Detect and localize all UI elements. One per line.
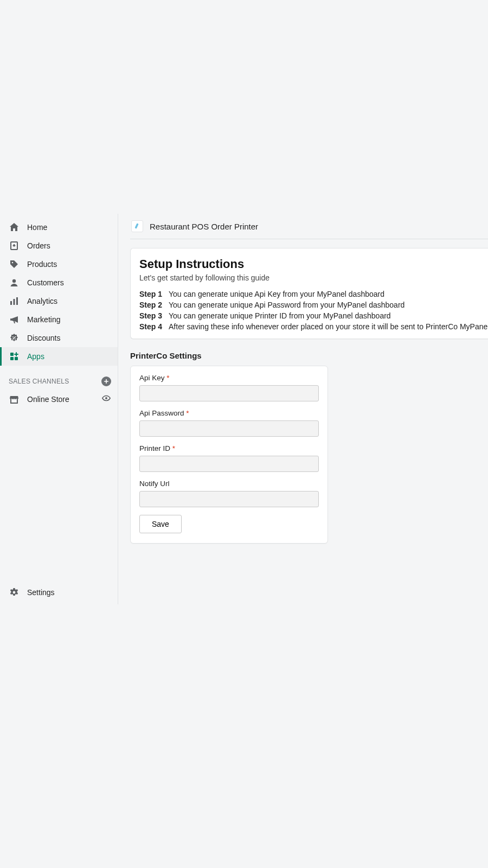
notify-url-input[interactable] (139, 491, 319, 507)
add-channel-button[interactable] (101, 376, 111, 386)
sidebar-item-label: Apps (27, 352, 44, 361)
sidebar-item-label: Online Store (27, 395, 69, 404)
setup-subtitle: Let's get started by following this guid… (139, 273, 488, 282)
step-label: Step 1 (139, 290, 162, 298)
label-text: Printer ID (139, 444, 170, 452)
orders-icon (9, 240, 20, 251)
svg-rect-10 (10, 357, 14, 360)
label-text: Notify Url (139, 480, 170, 488)
form-group-api-password: Api Password * (139, 409, 319, 437)
api-key-input[interactable] (139, 385, 319, 401)
svg-point-2 (12, 279, 16, 283)
sidebar-item-marketing[interactable]: Marketing (0, 310, 118, 329)
step-label: Step 3 (139, 311, 162, 320)
api-password-input[interactable] (139, 420, 319, 437)
required-asterisk: * (172, 444, 175, 452)
sidebar-item-label: Marketing (27, 315, 60, 324)
sidebar-item-label: Settings (27, 588, 55, 597)
svg-point-8 (15, 339, 16, 340)
printer-id-input[interactable] (139, 456, 319, 472)
app-title: Restaurant POS Order Printer (150, 222, 258, 231)
settings-heading: PrinterCo Settings (130, 351, 488, 360)
svg-rect-5 (16, 297, 18, 305)
svg-rect-14 (134, 223, 138, 228)
required-asterisk: * (166, 374, 169, 382)
home-icon (9, 222, 20, 233)
sidebar-item-analytics[interactable]: Analytics (0, 292, 118, 310)
form-group-notify-url: Notify Url (139, 480, 319, 507)
svg-rect-9 (10, 353, 14, 356)
app-logo-icon (131, 220, 143, 232)
printer-id-label: Printer ID * (139, 444, 319, 452)
analytics-icon (9, 296, 20, 307)
setup-step: Step 2 You can generate unique Api Passw… (139, 301, 488, 309)
required-asterisk: * (186, 409, 189, 417)
setup-steps: Step 1 You can generate unique Api Key f… (139, 290, 488, 331)
label-text: Api Key (139, 374, 165, 382)
save-button[interactable]: Save (139, 515, 182, 533)
apps-icon (9, 351, 20, 362)
sidebar-item-orders[interactable]: Orders (0, 237, 118, 255)
step-label: Step 4 (139, 322, 162, 331)
sidebar-item-online-store[interactable]: Online Store (0, 390, 118, 409)
svg-point-13 (13, 591, 16, 594)
step-label: Step 2 (139, 301, 162, 309)
svg-point-12 (105, 397, 107, 399)
sidebar-item-settings[interactable]: Settings (0, 580, 118, 604)
app-shell: Home Orders Products Customers Analytics (0, 214, 488, 604)
form-group-printer-id: Printer ID * (139, 444, 319, 472)
svg-rect-4 (14, 299, 15, 305)
sales-channels-header: SALES CHANNELS (0, 366, 118, 390)
step-text: After saving these info whenever order p… (169, 322, 488, 331)
setup-step: Step 4 After saving these info whenever … (139, 322, 488, 331)
svg-point-7 (12, 336, 14, 337)
sidebar-item-home[interactable]: Home (0, 218, 118, 237)
gear-icon (9, 587, 20, 598)
sidebar-item-label: Customers (27, 278, 64, 287)
step-text: You can generate unique Api Password fro… (169, 301, 404, 309)
form-group-api-key: Api Key * (139, 374, 319, 401)
eye-icon[interactable] (101, 393, 111, 405)
megaphone-icon (9, 314, 20, 325)
svg-rect-3 (10, 301, 12, 305)
setup-step: Step 1 You can generate unique Api Key f… (139, 290, 488, 298)
sidebar-item-label: Home (27, 223, 47, 232)
svg-rect-6 (10, 318, 12, 321)
setup-card: Setup Instructions Let's get started by … (130, 248, 488, 339)
tag-icon (9, 259, 20, 270)
sales-channels-label: SALES CHANNELS (9, 378, 69, 385)
sidebar-item-label: Orders (27, 241, 50, 250)
sidebar-item-customers[interactable]: Customers (0, 273, 118, 292)
app-header: Restaurant POS Order Printer (130, 214, 488, 239)
label-text: Api Password (139, 409, 184, 417)
notify-url-label: Notify Url (139, 480, 319, 488)
step-text: You can generate unique Api Key from you… (169, 290, 384, 298)
sidebar-item-discounts[interactable]: Discounts (0, 329, 118, 347)
person-icon (9, 277, 20, 288)
setup-step: Step 3 You can generate unique Printer I… (139, 311, 488, 320)
step-text: You can generate unique Printer ID from … (169, 311, 391, 320)
svg-rect-11 (15, 357, 18, 360)
settings-form-card: Api Key * Api Password * Printer ID * (130, 366, 328, 544)
sidebar-item-products[interactable]: Products (0, 255, 118, 273)
store-icon (9, 394, 20, 405)
setup-heading: Setup Instructions (139, 257, 488, 271)
sidebar-item-label: Analytics (27, 297, 57, 305)
sidebar-item-apps[interactable]: Apps (0, 347, 118, 366)
svg-point-1 (12, 262, 14, 264)
sidebar-item-label: Discounts (27, 334, 60, 342)
api-password-label: Api Password * (139, 409, 319, 417)
api-key-label: Api Key * (139, 374, 319, 382)
main-content: Restaurant POS Order Printer Setup Instr… (118, 214, 488, 604)
discount-icon (9, 333, 20, 343)
sidebar: Home Orders Products Customers Analytics (0, 214, 118, 604)
sidebar-item-label: Products (27, 260, 57, 269)
